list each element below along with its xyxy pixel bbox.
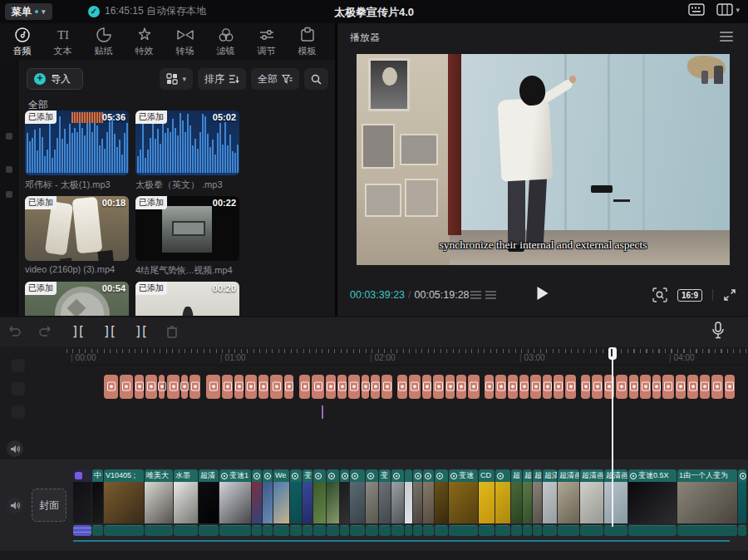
text-clip[interactable] [299, 375, 310, 399]
text-clip[interactable] [468, 375, 480, 399]
video-clip[interactable] [290, 469, 302, 536]
text-clip[interactable] [616, 375, 627, 399]
text-clip[interactable] [371, 375, 380, 399]
text-clip[interactable] [189, 375, 200, 399]
text-clip[interactable] [120, 375, 133, 399]
video-clip[interactable]: 水墨 [174, 469, 198, 536]
text-clip[interactable] [409, 375, 421, 399]
text-clip[interactable] [554, 375, 563, 399]
video-clip[interactable]: 超清 [199, 469, 219, 536]
text-clip[interactable] [565, 375, 576, 399]
text-clip[interactable] [592, 375, 603, 399]
video-clip[interactable]: CD [479, 469, 495, 536]
video-clip[interactable] [391, 469, 404, 536]
preview-zoom-icon[interactable] [652, 287, 667, 302]
video-clip[interactable] [413, 469, 422, 536]
video-clip[interactable]: V10405 ; [104, 469, 144, 536]
text-clip[interactable] [676, 375, 686, 399]
video-clip[interactable]: 超清画 [558, 469, 579, 536]
player-menu-icon[interactable] [720, 32, 733, 42]
text-clip[interactable] [381, 375, 392, 399]
import-button[interactable]: + 导入 [27, 68, 83, 90]
shortcut-keyboard-icon[interactable] [688, 3, 705, 16]
text-clip[interactable] [725, 375, 735, 399]
video-clip[interactable]: 超清 [543, 469, 557, 536]
video-clip[interactable]: 变速 [449, 469, 478, 536]
text-clip[interactable] [640, 375, 651, 399]
video-preview[interactable]: synchronize their internal and external … [357, 54, 730, 265]
text-clip[interactable] [700, 375, 710, 399]
media-card[interactable]: 已添加00:20 [135, 282, 239, 316]
text-clip[interactable] [159, 375, 165, 399]
mute-track-icon[interactable] [7, 497, 23, 513]
video-clip[interactable] [252, 469, 262, 536]
tab-文本[interactable]: TI文本 [42, 27, 83, 57]
media-card[interactable]: 已添加05:36邓伟标 - 太极(1).mp3 [25, 111, 129, 191]
delete-icon[interactable] [163, 322, 181, 341]
video-clip[interactable] [423, 469, 434, 536]
text-clip[interactable] [711, 375, 723, 399]
layout-switch-button[interactable]: ▾ [716, 3, 740, 16]
view-mode-button[interactable]: ▾ [160, 68, 193, 90]
text-clip[interactable] [181, 375, 188, 399]
media-card[interactable]: 已添加05:02太极拳（英文） .mp3 [135, 111, 239, 191]
playhead[interactable] [612, 347, 613, 527]
split-icon[interactable]: ][ [68, 322, 86, 341]
video-clip[interactable] [263, 469, 273, 536]
text-clip[interactable] [337, 375, 347, 399]
video-clip[interactable]: We [273, 469, 289, 536]
media-card[interactable]: 已添加00:224结尾气势恢...视频.mp4 [135, 196, 239, 277]
video-clip[interactable]: 变速1 [219, 469, 251, 536]
text-clip[interactable] [508, 375, 518, 399]
tab-贴纸[interactable]: 贴纸 [83, 27, 124, 57]
text-clip[interactable] [495, 375, 506, 399]
text-clip[interactable] [485, 375, 494, 399]
filter-button[interactable]: 全部 [251, 68, 299, 90]
audio-track-minimized[interactable] [73, 540, 730, 542]
video-clip[interactable]: 超清画 [604, 469, 627, 536]
text-clip[interactable] [433, 375, 444, 399]
fullscreen-icon[interactable] [723, 288, 736, 302]
video-clip[interactable] [435, 469, 448, 536]
preview-quality-icon[interactable] [470, 291, 481, 300]
tab-调节[interactable]: 调节 [246, 27, 287, 57]
media-card[interactable]: 已添加00:18video (2160p) (3).mp4 [25, 196, 129, 277]
text-clip[interactable] [530, 375, 541, 399]
text-clip[interactable] [104, 375, 118, 399]
category-strip[interactable] [0, 60, 18, 316]
text-clip[interactable] [397, 375, 407, 399]
video-clip[interactable]: 中 [92, 469, 103, 536]
video-clip[interactable]: 唯美大 [145, 469, 173, 536]
text-clip[interactable] [284, 375, 293, 399]
video-clip[interactable] [313, 469, 326, 536]
video-clip[interactable]: 变 [303, 469, 312, 536]
text-clip[interactable] [145, 375, 157, 399]
sort-button[interactable]: 排序 [198, 68, 246, 90]
marker-clip[interactable] [322, 405, 323, 419]
tab-滤镜[interactable]: 滤镜 [205, 27, 246, 57]
video-clip[interactable] [73, 469, 91, 536]
text-clip[interactable] [652, 375, 661, 399]
text-clip[interactable] [581, 375, 590, 399]
text-clip[interactable] [687, 375, 698, 399]
redo-icon[interactable] [37, 322, 55, 341]
playhead-handle[interactable] [608, 347, 617, 360]
text-clip[interactable] [519, 375, 529, 399]
text-clip[interactable] [234, 375, 244, 399]
timeline-ruler[interactable]: 00:0001:0002:0003:0004:00 [66, 347, 748, 366]
text-clip[interactable] [629, 375, 638, 399]
text-clip[interactable] [662, 375, 674, 399]
video-clip[interactable] [405, 469, 412, 536]
split-right-icon[interactable]: ][ [131, 322, 150, 341]
mute-track-icon[interactable] [7, 440, 23, 457]
text-clip[interactable] [245, 375, 257, 399]
text-clip[interactable] [167, 375, 180, 399]
tab-音频[interactable]: 音频 [2, 27, 42, 57]
cover-button[interactable]: 封面 [32, 489, 66, 522]
video-clip[interactable] [350, 469, 365, 536]
video-clip[interactable] [327, 469, 339, 536]
tab-模板[interactable]: 模板 [287, 27, 327, 57]
video-clip[interactable]: 1由一个人变为 [677, 469, 737, 536]
video-clip[interactable]: 超 [511, 469, 522, 536]
text-clip[interactable] [326, 375, 336, 399]
